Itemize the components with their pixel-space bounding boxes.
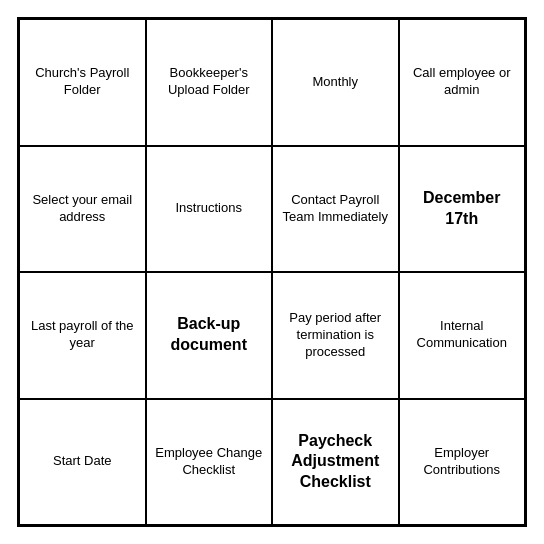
bingo-cell-10[interactable]: Back-up document bbox=[146, 272, 273, 399]
bingo-card: Church's Payroll FolderBookkeeper's Uplo… bbox=[17, 17, 527, 527]
bingo-cell-12[interactable]: Internal Communication bbox=[399, 272, 526, 399]
bingo-cell-16[interactable]: Employer Contributions bbox=[399, 399, 526, 526]
bingo-cell-11[interactable]: Pay period after termination is processe… bbox=[272, 272, 399, 399]
bingo-cell-4[interactable]: Call employee or admin bbox=[399, 19, 526, 146]
bingo-cell-6[interactable]: Instructions bbox=[146, 146, 273, 273]
bingo-cell-3[interactable]: Monthly bbox=[272, 19, 399, 146]
bingo-cell-2[interactable]: Bookkeeper's Upload Folder bbox=[146, 19, 273, 146]
bingo-cell-8[interactable]: December 17th bbox=[399, 146, 526, 273]
bingo-cell-13[interactable]: Start Date bbox=[19, 399, 146, 526]
bingo-cell-7[interactable]: Contact Payroll Team Immediately bbox=[272, 146, 399, 273]
bingo-cell-5[interactable]: Select your email address bbox=[19, 146, 146, 273]
bingo-cell-15[interactable]: Paycheck Adjustment Checklist bbox=[272, 399, 399, 526]
bingo-cell-14[interactable]: Employee Change Checklist bbox=[146, 399, 273, 526]
bingo-cell-9[interactable]: Last payroll of the year bbox=[19, 272, 146, 399]
bingo-cell-1[interactable]: Church's Payroll Folder bbox=[19, 19, 146, 146]
